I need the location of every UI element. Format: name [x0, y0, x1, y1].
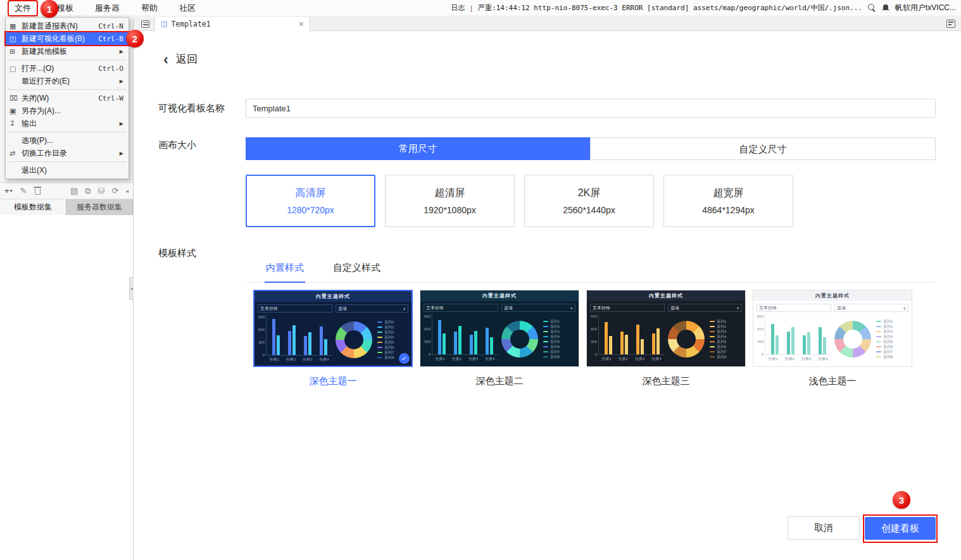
preview-text-widget: 文本控件 — [590, 304, 665, 312]
tab-list-icon[interactable] — [141, 20, 149, 28]
size-card-1[interactable]: 超清屏 1920*1080px — [385, 175, 515, 227]
notification-bell-icon[interactable] — [882, 4, 889, 12]
cancel-button[interactable]: 取消 — [788, 516, 860, 540]
preview-donut-chart: 系列1系列2系列3系列4系列5系列6系列7系列8 — [834, 315, 908, 363]
preview-dataset-button[interactable]: ▤ — [70, 187, 78, 195]
sidebar-collapse-handle[interactable]: ◂ — [129, 277, 134, 300]
preview-text-widget: 文本控件 — [258, 304, 332, 313]
delete-dataset-button[interactable] — [35, 187, 41, 195]
menu-separator — [8, 132, 127, 132]
page-setup-icon[interactable] — [946, 20, 955, 28]
batch-edit-button[interactable]: ⧉ — [85, 187, 91, 195]
menu-separator — [8, 161, 127, 162]
preview-bar-chart: 9006003000 分类1分类2分类3分类4 — [757, 314, 831, 363]
new-other-template-icon: ⊞ — [9, 47, 22, 56]
theme-preview: 内置主题样式 文本控件 9006003000 分类1分类2分类3分类4 选项∨ — [420, 290, 579, 367]
theme-card-2[interactable]: 内置主题样式 文本控件 9006003000 分类1分类2分类3分类4 选项∨ — [586, 290, 746, 387]
connection-button[interactable]: ⛁ — [98, 187, 105, 195]
preview-title: 内置主题样式 — [254, 291, 411, 302]
dataset-tab-1[interactable]: 服务器数据集 — [66, 199, 133, 215]
add-dataset-button[interactable]: +▾ — [4, 187, 13, 195]
file-menu-item-1[interactable]: ◫ 新建可视化看板(B) Ctrl-B — [6, 32, 129, 45]
canvas-size-label: 画布大小 — [158, 139, 196, 151]
style-tab-0[interactable]: 内置样式 — [265, 253, 305, 283]
theme-card-0[interactable]: 内置主题样式 文本控件 9006003000 分类1分类2分类3分类4 选项∨ — [253, 290, 413, 387]
submenu-arrow-icon: ▶ — [120, 78, 123, 84]
dashboard-name-input[interactable] — [246, 99, 936, 118]
new-dashboard-panel: ‹ 返回 可视化看板名称 画布大小 常用尺寸自定义尺寸 高清屏 1280*720… — [134, 31, 961, 560]
search-icon[interactable] — [868, 4, 876, 12]
export-icon: ↧ — [9, 120, 22, 128]
log-message: 严重:14:44:12 http-nio-8075-exec-3 ERROR [… — [478, 3, 862, 13]
theme-label: 浅色主题一 — [753, 375, 912, 387]
canvas-tab-1[interactable]: 自定义尺寸 — [590, 137, 936, 160]
user-account-label[interactable]: 帆软用户txVICC... — [895, 3, 956, 13]
refresh-button[interactable]: ⟳ — [112, 187, 119, 195]
file-menu-item-4[interactable]: 最近打开的(E) ▶ — [6, 75, 129, 87]
file-menu-item-9[interactable]: ⇄ 切换工作目录 ▶ — [6, 147, 129, 159]
menu-bar-items: 文件模板服务器帮助社区 — [0, 0, 198, 16]
app-root: 文件模板服务器帮助社区 日志 | 严重:14:44:12 http-nio-80… — [0, 0, 961, 560]
preview-select-widget: 选项∨ — [834, 304, 908, 312]
submenu-arrow-icon: ▶ — [120, 121, 123, 127]
theme-card-3[interactable]: 内置主题样式 文本控件 9006003000 分类1分类2分类3分类4 选项∨ — [753, 290, 912, 387]
theme-card-1[interactable]: 内置主题样式 文本控件 9006003000 分类1分类2分类3分类4 选项∨ — [420, 290, 579, 387]
preview-donut-chart: 系列1系列2系列3系列4系列5系列6系列7系列8 — [668, 315, 742, 363]
preview-title: 内置主题样式 — [587, 290, 745, 301]
template-style-label: 模板样式 — [158, 247, 196, 259]
menu-server[interactable]: 服务器 — [92, 1, 122, 15]
menu-community[interactable]: 社区 — [177, 1, 198, 15]
edit-dataset-button[interactable]: ✎ — [20, 187, 27, 195]
dataset-toolbar: +▾✎▤⧉⛁⟳◂ — [0, 182, 133, 199]
size-card-2[interactable]: 2K屏 2560*1440px — [524, 175, 654, 227]
menu-separator — [8, 59, 127, 60]
create-dashboard-button[interactable]: 创建看板 — [865, 517, 936, 540]
toolbar-collapse-icon[interactable]: ◂ — [125, 188, 129, 194]
theme-preview: 内置主题样式 文本控件 9006003000 分类1分类2分类3分类4 选项∨ — [586, 290, 746, 367]
menu-help[interactable]: 帮助 — [139, 1, 160, 15]
size-card-0[interactable]: 高清屏 1280*720px — [246, 175, 375, 227]
preview-bar-chart: 9006003000 分类1分类2分类3分类4 — [258, 314, 332, 364]
file-menu-item-8[interactable]: 选项(P)... — [6, 134, 129, 147]
file-menu-item-6[interactable]: ▣ 另存为(A)... — [6, 104, 129, 117]
submenu-arrow-icon: ▶ — [120, 151, 123, 156]
preview-text-widget: 文本控件 — [757, 304, 831, 312]
log-divider: | — [470, 4, 472, 12]
back-label: 返回 — [176, 52, 198, 66]
tab-close-icon[interactable]: × — [299, 20, 304, 28]
topbar-right: 日志 | 严重:14:44:12 http-nio-8075-exec-3 ER… — [451, 3, 961, 13]
submenu-arrow-icon: ▶ — [120, 49, 123, 54]
log-label[interactable]: 日志 — [451, 3, 465, 13]
file-menu-item-2[interactable]: ⊞ 新建其他模板 ▶ — [6, 45, 129, 58]
theme-label: 深色主题一 — [253, 375, 413, 387]
dataset-tab-0[interactable]: 模板数据集 — [0, 199, 66, 215]
file-menu-item-7[interactable]: ↧ 输出 ▶ — [6, 117, 129, 130]
theme-preview: 内置主题样式 文本控件 9006003000 分类1分类2分类3分类4 选项∨ — [253, 290, 413, 367]
file-menu-item-3[interactable]: ▢ 打开...(O) Ctrl-O — [6, 62, 129, 75]
step-3-badge: 3 — [893, 491, 910, 509]
preview-select-widget: 选项∨ — [668, 304, 742, 312]
preview-donut-chart: 系列1系列2系列3系列4系列5系列6系列7系列8 — [501, 315, 575, 363]
shortcut-label: Ctrl-B — [98, 35, 123, 43]
size-card-3[interactable]: 超宽屏 4864*1294px — [663, 175, 793, 227]
preview-bar-chart: 9006003000 分类1分类2分类3分类4 — [424, 314, 498, 363]
file-menu-item-0[interactable]: ▦ 新建普通报表(N) Ctrl-N — [6, 20, 129, 32]
preview-title: 内置主题样式 — [753, 290, 912, 301]
file-menu: ▦ 新建普通报表(N) Ctrl-N ◫ 新建可视化看板(B) Ctrl-B ⊞… — [5, 17, 129, 179]
preview-title: 内置主题样式 — [420, 290, 579, 301]
shortcut-label: Ctrl-O — [98, 65, 123, 73]
style-tab-1[interactable]: 自定义样式 — [332, 253, 382, 282]
document-tab-title: Template1 — [171, 20, 210, 28]
preview-text-widget: 文本控件 — [424, 304, 498, 312]
preview-bar-chart: 9006003000 分类1分类2分类3分类4 — [590, 314, 665, 363]
save-as-icon: ▣ — [9, 107, 22, 115]
file-menu-item-10[interactable]: 退出(X) — [6, 164, 129, 177]
document-tabbar: ◫ Template1 × — [134, 17, 961, 31]
document-tab-template1[interactable]: ◫ Template1 × — [154, 17, 310, 31]
dataset-tabs: 模板数据集服务器数据集 — [0, 199, 133, 215]
canvas-tab-0[interactable]: 常用尺寸 — [246, 137, 590, 160]
shortcut-label: Ctrl-W — [98, 94, 123, 103]
file-menu-item-5[interactable]: ⌧ 关闭(W) Ctrl-W — [6, 92, 129, 104]
menu-file[interactable]: 文件 — [8, 0, 38, 16]
back-button[interactable]: ‹ 返回 — [163, 52, 198, 66]
